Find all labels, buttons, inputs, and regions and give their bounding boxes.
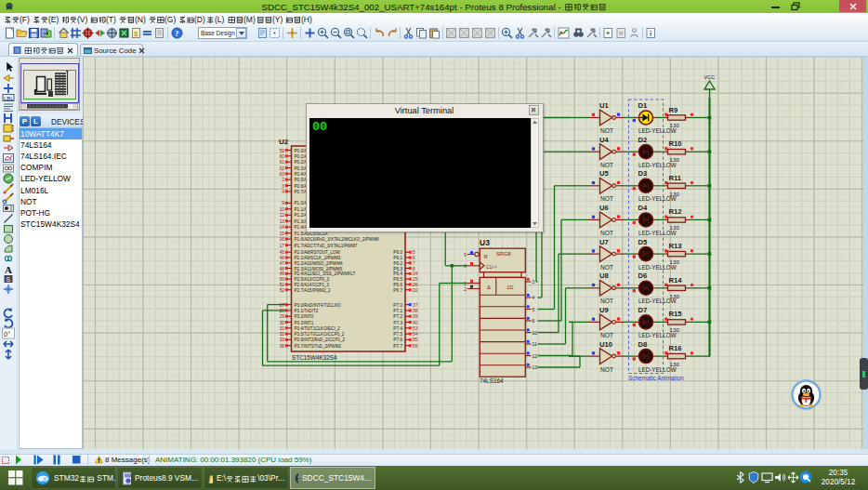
svg-text:55: 55 — [413, 338, 418, 342]
svg-text:36: 36 — [280, 344, 285, 349]
svg-text:P7.1: P7.1 — [393, 309, 402, 313]
svg-text:6: 6 — [533, 318, 535, 324]
svg-text:R16: R16 — [669, 344, 682, 352]
svg-text:LBL: LBL — [4, 96, 14, 101]
svg-text:P7.6: P7.6 — [393, 338, 402, 342]
svg-text:R9: R9 — [669, 106, 678, 114]
svg-text:12: 12 — [533, 353, 538, 359]
svg-text:D8: D8 — [638, 340, 648, 349]
svg-text:50: 50 — [280, 277, 285, 282]
svg-text:P7.7: P7.7 — [393, 344, 402, 349]
svg-text:38: 38 — [413, 309, 418, 313]
svg-text:3: 3 — [282, 184, 284, 189]
svg-text:9: 9 — [464, 253, 467, 258]
svg-text:P2.1/A9/SCLK_2/PWM3: P2.1/A9/SCLK_2/PWM3 — [295, 256, 341, 260]
svg-text:51: 51 — [280, 283, 285, 287]
svg-text:NOT: NOT — [600, 230, 613, 236]
svg-text:P6.0: P6.0 — [393, 250, 402, 255]
svg-text:NOT: NOT — [600, 264, 613, 271]
svg-text:P3.6/INT2/RxD_2/CCP1_2: P3.6/INT2/RxD_2/CCP1_2 — [295, 338, 346, 342]
svg-text:P2.3/A11/MOSI_2/PWM5: P2.3/A11/MOSI_2/PWM5 — [295, 267, 343, 271]
svg-text:Schematic Animation: Schematic Animation — [628, 375, 684, 381]
svg-text:U10: U10 — [599, 340, 612, 349]
svg-text:C1/->: C1/-> — [486, 265, 497, 270]
svg-text:D7: D7 — [638, 306, 648, 314]
svg-text:P7.4: P7.4 — [393, 326, 402, 331]
svg-text:R12: R12 — [669, 207, 682, 216]
svg-text:$: $ — [134, 30, 138, 38]
svg-text:P2.4/A12/ECI_3/SS_2/PWMFLT: P2.4/A12/ECI_3/SS_2/PWMFLT — [295, 271, 356, 276]
svg-text:P7.2: P7.2 — [393, 314, 402, 319]
svg-text:9: 9 — [282, 201, 284, 205]
svg-text:74LS164: 74LS164 — [480, 377, 504, 384]
svg-text:U7: U7 — [599, 238, 609, 246]
svg-text:26: 26 — [413, 283, 418, 287]
svg-text:VCC: VCC — [704, 74, 716, 80]
svg-text:D6: D6 — [638, 271, 648, 280]
svg-text:53: 53 — [413, 326, 418, 331]
svg-text:R15: R15 — [669, 310, 683, 318]
svg-text:P7.5: P7.5 — [393, 332, 402, 337]
svg-text:P3.1/TxD/T2: P3.1/TxD/T2 — [295, 309, 319, 313]
svg-text:P6.7: P6.7 — [393, 288, 402, 293]
svg-text:130: 130 — [670, 361, 680, 367]
svg-text:P2.7/A15/PWM2_2: P2.7/A15/PWM2_2 — [295, 288, 332, 293]
svg-text:2: 2 — [464, 287, 467, 292]
svg-text:4: 4 — [282, 190, 284, 194]
svg-text:P6.3: P6.3 — [393, 267, 402, 271]
svg-text:4: 4 — [533, 295, 535, 300]
svg-text:31: 31 — [280, 326, 285, 331]
svg-text:P3.0/RxD/INT4/T2CLKO: P3.0/RxD/INT4/T2CLKO — [295, 303, 341, 308]
svg-text:STC15W4K32S4: STC15W4K32S4 — [292, 354, 337, 361]
svg-text:45: 45 — [280, 250, 285, 255]
svg-text:U2: U2 — [279, 138, 289, 146]
svg-text:NOT: NOT — [600, 195, 613, 202]
svg-text:P6.1: P6.1 — [393, 256, 402, 260]
svg-text:130: 130 — [670, 191, 680, 197]
svg-text:3: 3 — [533, 279, 535, 285]
svg-text:2: 2 — [282, 178, 284, 182]
svg-text:NOT: NOT — [600, 162, 613, 168]
svg-text:37: 37 — [413, 303, 418, 308]
svg-text:52: 52 — [280, 288, 285, 293]
svg-text:61: 61 — [280, 160, 285, 165]
svg-text:D2: D2 — [638, 136, 648, 144]
svg-text:10: 10 — [280, 207, 285, 212]
svg-text:33: 33 — [280, 338, 285, 342]
svg-text:130: 130 — [670, 122, 680, 128]
svg-text:S: S — [7, 276, 11, 283]
svg-text:P2.5/A13/CCP0_3: P2.5/A13/CCP0_3 — [295, 277, 330, 282]
svg-text:U6: U6 — [599, 204, 609, 212]
svg-text:130: 130 — [670, 258, 680, 265]
svg-text:P3.3/INT1: P3.3/INT1 — [295, 321, 314, 325]
svg-text:29: 29 — [280, 314, 285, 319]
svg-text:P3.4/T0/T1CLKO/ECI_2: P3.4/T0/T1CLKO/ECI_2 — [295, 326, 341, 331]
svg-text:NOT: NOT — [600, 332, 613, 338]
svg-text:P3.2/INT0: P3.2/INT0 — [295, 314, 314, 319]
svg-text:NOT: NOT — [600, 127, 613, 134]
svg-text:SRG8: SRG8 — [496, 251, 511, 257]
svg-text:130: 130 — [670, 293, 680, 299]
svg-text:P7.3: P7.3 — [393, 321, 402, 325]
svg-text:130: 130 — [670, 156, 680, 163]
svg-text:1D: 1D — [506, 285, 513, 290]
svg-text:24: 24 — [413, 271, 418, 276]
svg-text:U1: U1 — [599, 101, 609, 110]
svg-text:130: 130 — [670, 224, 680, 231]
svg-text:16: 16 — [280, 237, 285, 242]
svg-text:30: 30 — [280, 321, 285, 325]
svg-text:?: ? — [175, 29, 179, 38]
svg-text:48: 48 — [280, 267, 285, 271]
svg-text:P6.6: P6.6 — [393, 283, 402, 287]
svg-text:R14: R14 — [669, 276, 683, 285]
svg-text:54: 54 — [413, 332, 418, 337]
svg-text:P1.6/ADC6/RxD_3/XTAL2/MCLKO_2/: P1.6/ADC6/RxD_3/XTAL2/MCLKO_2/PWM6 — [295, 237, 380, 242]
svg-text:32: 32 — [280, 332, 285, 337]
svg-text:P7.0: P7.0 — [393, 303, 402, 308]
svg-text:46: 46 — [280, 256, 285, 260]
svg-text:NOT: NOT — [600, 298, 613, 304]
svg-text:P2.0/A8/RSTOUT_LOW: P2.0/A8/RSTOUT_LOW — [295, 250, 341, 255]
svg-text:U9: U9 — [599, 306, 609, 314]
svg-text:D4: D4 — [638, 204, 648, 212]
svg-text:11: 11 — [533, 341, 537, 347]
